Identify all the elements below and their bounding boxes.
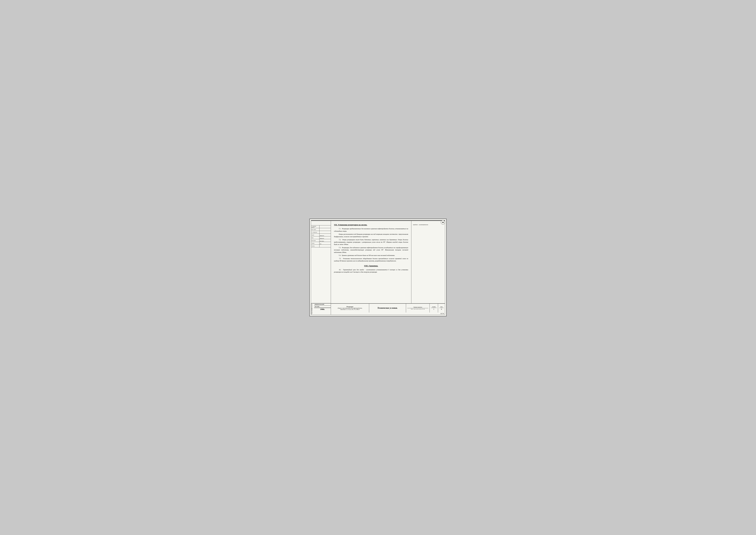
p7-1-label: 7.1.	[339, 228, 341, 230]
page-inner-border: Гл. инженер проекта Нач. отдела Гл. спец…	[311, 220, 445, 315]
sig-label-nkont: Н.контр.	[311, 245, 319, 247]
sig-row-nach2: Нач.отдела Ива Иорин	[311, 239, 331, 242]
sig-row-gip: Гл. инженер проекта	[311, 225, 331, 228]
sig-name-spec	[319, 231, 331, 234]
p7-5-label: 7.5.	[339, 258, 341, 259]
btb-center-section: Технические условия.	[369, 304, 406, 313]
year-block: 1988г.	[314, 308, 331, 311]
btb-center-title: Технические условия.	[370, 307, 405, 309]
left-sidebar: Гл. инженер проекта Нач. отдела Гл. спец…	[311, 221, 331, 315]
btb-right-section: Типовые проекты 704-1- 42, 43, 44, 45, 4…	[406, 304, 430, 313]
p7-2: 7.2. Опоры резервуаров могут быть бетонн…	[334, 239, 408, 246]
main-content: VII. Установка резервуаров на место. 7.1…	[331, 221, 445, 315]
sig-name-nach	[319, 228, 331, 231]
bottom-title-block: Резервуары сборные горизонтальные для не…	[331, 303, 445, 313]
sig-label-prov: Пров.	[311, 237, 319, 239]
p7-3-text: Резервуары для подземного хранения нефте…	[334, 247, 408, 253]
btb-album-label: Альбом	[431, 306, 437, 308]
content-upper: VII. Установка резервуаров на место. 7.1…	[331, 221, 445, 303]
btb-album-section: Альбом I	[430, 304, 438, 313]
org-line: ЦНИИПРОМЗДАНИЙ	[314, 303, 331, 306]
main-layout: Гл. инженер проекта Нач. отдела Гл. спец…	[311, 221, 445, 315]
text-area: VII. Установка резервуаров на место. 7.1…	[331, 221, 411, 303]
btb-title-line2: сборные горизонтальные для нефтепродукто…	[333, 307, 367, 309]
sig-label-spec: Гл. специалист	[311, 231, 319, 234]
gosstroi-block: ГОССТРОЙ СССР ЦНИИПРОМЗДАНИЙ МОСКВА 1988…	[311, 303, 331, 315]
sig-label-nach2: Нач.отдела	[311, 239, 319, 242]
sig-name-nkont	[319, 245, 331, 247]
sig-row-nkont: Н.контр.	[311, 245, 331, 247]
p7-4-label: 7.4.	[339, 255, 341, 256]
btb-title-line3: ёмкостью 3, 5, 10, 25, 50, 75 и 100 м³	[333, 309, 367, 310]
p7-1-text: Резервуары предназначенные для наземного…	[334, 228, 408, 232]
gosstroi-label: ГОССТРОЙ СССР	[311, 303, 314, 315]
btb-album-value: I	[431, 308, 437, 310]
document-page: 46 Гл. инженер проекта Нач. отдела	[310, 219, 446, 316]
p7-2-text: Опоры резервуаров могут быть бетонные, к…	[334, 239, 408, 245]
year-value: 1988г.	[320, 308, 325, 310]
signatures-area: Гл. инженер проекта Нач. отдела Гл. спец…	[311, 225, 331, 303]
btb-list-section: Лист 6	[438, 304, 445, 313]
p8-1-text: Гарантийный срок для завода – изготовите…	[334, 269, 408, 273]
org-name: ЦНИИПРОМЗДАНИЙ	[314, 304, 324, 305]
bottom-page-code: 82718	[331, 313, 445, 315]
sig-name-gip	[319, 225, 331, 228]
sig-name-tkont: Ona	[319, 242, 331, 244]
page-number: 46	[442, 221, 444, 224]
p7-5: 7.5. Установка технологического оборудов…	[334, 257, 408, 262]
sig-row-nach: Нач. отдела	[311, 228, 331, 231]
btb-list-label: Лист	[439, 306, 444, 308]
p7-5-text: Установка технологического оборудования …	[334, 258, 408, 262]
sig-row-tkont: Т.контр. Ona	[311, 242, 331, 245]
sig-label-tkont: Т.контр.	[311, 242, 319, 244]
page-number-box: 46	[441, 220, 445, 224]
city-name: МОСКВА	[314, 306, 319, 307]
city-line: МОСКВА	[314, 306, 331, 308]
right-panel: заводом – изготовителем.	[411, 221, 445, 303]
sig-label-nach: Нач. отдела	[311, 228, 319, 231]
sig-label-razrab: Разраб.	[311, 234, 319, 236]
sig-row-prov: Пров. Мартынов	[311, 237, 331, 239]
right-panel-text: заводом – изготовителем.	[413, 224, 444, 225]
p7-2-label: 7.2.	[339, 239, 341, 240]
btb-title-section: Резервуары сборные горизонтальные для не…	[331, 304, 369, 313]
sig-row-spec: Гл. специалист	[311, 231, 331, 234]
sidebar-top-spacer	[311, 221, 331, 225]
p7-1: 7.1. Резервуары предназначенные для назе…	[334, 228, 408, 232]
p7-3: 7.3. Резервуары для подземного хранения …	[334, 246, 408, 254]
p7-4: 7.4. Уровень грунтовых вод должен быть н…	[334, 254, 408, 257]
section8-title: VIII. Гарантии.	[334, 264, 408, 268]
btb-right-label: Типовые проекты	[407, 307, 428, 308]
btb-title-line1: Резервуары	[333, 306, 367, 307]
sig-label-gip: Гл. инженер проекта	[311, 225, 319, 228]
page-code-value: 82718	[441, 313, 444, 314]
sig-name-prov: Мартынов	[319, 237, 331, 239]
p7-4-text: Уровень грунтовых вод должен быть на 500…	[342, 255, 395, 256]
p7-3-label: 7.3.	[339, 247, 341, 248]
p7-1b: Опоры располагаются под днищами резервуа…	[334, 233, 408, 238]
section7-title: VII. Установка резервуаров на место.	[334, 223, 408, 226]
p8-1: 8.1. Гарантийный срок для завода – изгот…	[334, 268, 408, 273]
sig-name-razrab: Мартынов	[319, 234, 331, 236]
btb-list-value: 6	[439, 308, 444, 310]
sig-name-nach2: Ива Иорин	[319, 239, 331, 242]
p8-1-label: 8.1.	[339, 269, 341, 270]
sig-row-razrab: Разраб. Мартынов	[311, 234, 331, 237]
p7-1b-text: Опоры располагаются под днищами резервуа…	[334, 233, 408, 238]
btb-right-value: 704-1- 42, 43, 44, 45, 46, 47, 48.	[407, 308, 428, 310]
gosstroi-inner: ЦНИИПРОМЗДАНИЙ МОСКВА 1988г.	[314, 303, 331, 315]
